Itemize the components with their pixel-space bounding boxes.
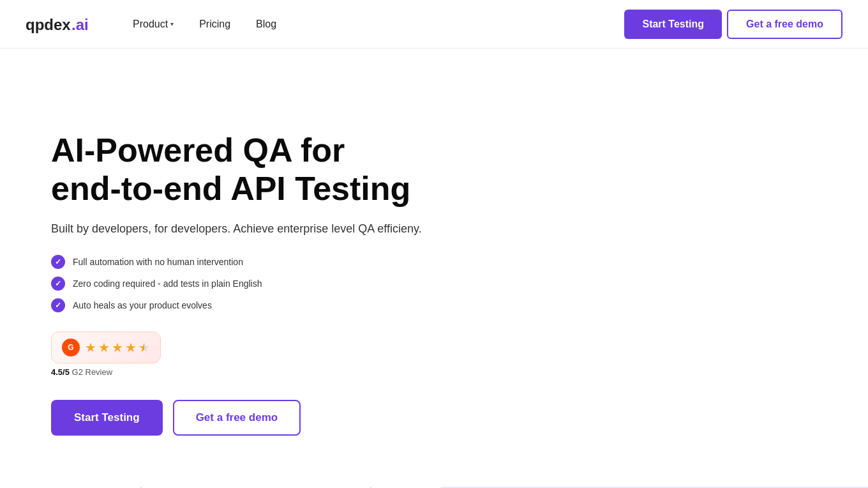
nav-get-demo-button[interactable]: Get a free demo bbox=[727, 10, 842, 39]
star-half: ★ bbox=[138, 340, 150, 355]
nav-ctas: Start Testing Get a free demo bbox=[624, 10, 842, 39]
svg-text:.ai: .ai bbox=[71, 16, 89, 33]
hero-ctas: Start Testing Get a free demo bbox=[51, 400, 447, 436]
hero-title: AI-Powered QA for end-to-end API Testing bbox=[51, 132, 447, 208]
hero-content: AI-Powered QA for end-to-end API Testing… bbox=[26, 87, 472, 487]
g2-logo: G bbox=[62, 339, 80, 356]
logo[interactable]: qpdex .ai bbox=[26, 13, 102, 36]
hero-section: AI-Powered QA for end-to-end API Testing… bbox=[0, 49, 868, 487]
nav-pricing[interactable]: Pricing bbox=[189, 13, 241, 35]
star-1: ★ bbox=[85, 340, 96, 355]
g2-rating-badge: G ★ ★ ★ ★ ★ bbox=[51, 332, 161, 363]
feature-item-2: Zero coding required - add tests in plai… bbox=[51, 277, 447, 291]
star-4: ★ bbox=[125, 340, 137, 355]
chevron-down-icon: ▾ bbox=[170, 20, 174, 27]
star-2: ★ bbox=[98, 340, 110, 355]
nav-links: Product ▾ Pricing Blog bbox=[123, 13, 624, 35]
svg-text:qpdex: qpdex bbox=[26, 16, 71, 33]
logo-svg: qpdex .ai bbox=[26, 13, 102, 36]
g2-rating-wrap: G ★ ★ ★ ★ ★ 4.5/5 G2 Review bbox=[51, 332, 447, 377]
star-rating: ★ ★ ★ ★ ★ bbox=[85, 340, 150, 355]
hero-start-testing-button[interactable]: Start Testing bbox=[51, 400, 163, 436]
nav-start-testing-button[interactable]: Start Testing bbox=[624, 10, 722, 39]
feature-item-3: Auto heals as your product evolves bbox=[51, 298, 447, 312]
feature-list: Full automation with no human interventi… bbox=[51, 255, 447, 312]
navbar: qpdex .ai Product ▾ Pricing Blog Start T… bbox=[0, 0, 868, 49]
check-icon-3 bbox=[51, 298, 65, 312]
hero-subtitle: Built by developers, for developers. Ach… bbox=[51, 222, 447, 236]
nav-product[interactable]: Product ▾ bbox=[123, 13, 184, 35]
hero-get-demo-button[interactable]: Get a free demo bbox=[173, 400, 301, 436]
rating-text: 4.5/5 G2 Review bbox=[51, 367, 112, 377]
feature-item-1: Full automation with no human interventi… bbox=[51, 255, 447, 269]
check-icon-2 bbox=[51, 277, 65, 291]
nav-blog[interactable]: Blog bbox=[246, 13, 287, 35]
check-icon-1 bbox=[51, 255, 65, 269]
star-3: ★ bbox=[112, 340, 123, 355]
